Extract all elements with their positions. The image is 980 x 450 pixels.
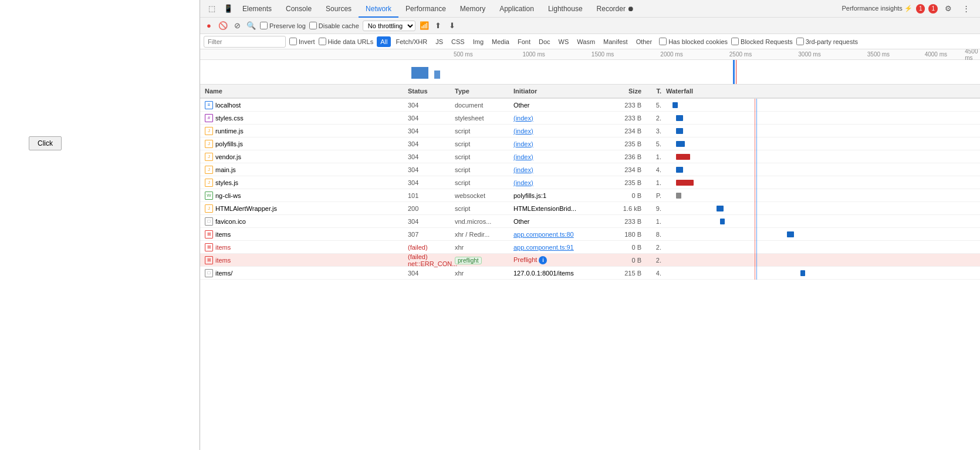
tab-sources[interactable]: Sources — [319, 0, 359, 18]
col-header-waterfall[interactable]: Waterfall — [664, 88, 980, 95]
filter-js[interactable]: JS — [432, 36, 447, 47]
disable-cache-checkbox[interactable] — [309, 22, 317, 29]
preserve-log-checkbox[interactable] — [260, 22, 268, 29]
search-icon[interactable]: 🔍 — [246, 21, 256, 31]
tab-elements[interactable]: Elements — [235, 0, 279, 18]
record-button[interactable]: ● — [204, 21, 214, 31]
col-header-size[interactable]: Size — [605, 88, 646, 95]
cell-time: 1. — [646, 179, 664, 186]
waterfall-vline-red — [755, 137, 755, 150]
cell-initiator: (index) — [511, 166, 605, 173]
file-icon: □ — [205, 269, 213, 277]
has-blocked-checkbox[interactable] — [659, 38, 667, 45]
table-row[interactable]: J main.js 304 script (index) 234 B 4. — [200, 163, 980, 176]
hide-data-urls-checkbox[interactable] — [319, 38, 326, 45]
filter-manifest[interactable]: Manifest — [600, 36, 631, 47]
table-row[interactable]: J vendor.js 304 script (index) 236 B 1. — [200, 150, 980, 163]
filter-css[interactable]: CSS — [448, 36, 468, 47]
tab-network[interactable]: Network — [359, 0, 398, 18]
table-row[interactable]: J styles.js 304 script (index) 235 B 1. — [200, 176, 980, 189]
tab-console[interactable]: Console — [279, 0, 319, 18]
has-blocked-label[interactable]: Has blocked cookies — [659, 38, 728, 45]
third-party-label[interactable]: 3rd-party requests — [796, 38, 858, 45]
waterfall-vline-blue — [756, 99, 757, 112]
initiator-link[interactable]: (index) — [513, 166, 533, 173]
badge-1: 1 — [916, 4, 925, 14]
table-row[interactable]: J HTMLAlertWrapper.js 200 script HTMLExt… — [200, 202, 980, 215]
cell-waterfall — [664, 176, 980, 189]
table-row[interactable]: ⊠ items 307 xhr / Redir... app.component… — [200, 228, 980, 241]
waterfall-vline-red — [755, 228, 755, 241]
filter-font[interactable]: Font — [514, 36, 534, 47]
cell-type: preflight — [452, 257, 511, 264]
initiator-link[interactable]: app.component.ts:91 — [513, 244, 574, 251]
tab-performance[interactable]: Performance — [398, 0, 453, 18]
table-row[interactable]: ≡ localhost 304 document Other 233 B 5. — [200, 99, 980, 112]
initiator-link[interactable]: app.component.ts:80 — [513, 231, 574, 238]
filter-input[interactable] — [204, 36, 286, 48]
filter-img[interactable]: Img — [469, 36, 487, 47]
ruler-4500: 4500 ms — [965, 49, 980, 61]
throttle-select[interactable]: No throttling Fast 3G Slow 3G Offline — [363, 21, 415, 31]
tab-recorder[interactable]: Recorder ⏺ — [590, 0, 642, 18]
devtools-tabbar: ⬚ 📱 Elements Console Sources Network Per… — [200, 0, 980, 18]
cell-waterfall — [664, 112, 980, 125]
download-icon[interactable]: ⬇ — [447, 21, 458, 31]
table-row[interactable]: W ng-cli-ws 101 websocket polyfills.js:1… — [200, 189, 980, 202]
waterfall-vline-blue — [756, 189, 757, 202]
row-filename: vendor.js — [215, 153, 241, 160]
inspect-icon[interactable]: ⬚ — [205, 2, 219, 16]
cell-status: 304 — [405, 127, 452, 135]
table-row[interactable]: □ favicon.ico 304 vnd.micros... Other 23… — [200, 215, 980, 228]
clear-button[interactable]: 🚫 — [218, 21, 228, 31]
col-header-time[interactable]: T. — [646, 88, 664, 95]
upload-icon[interactable]: ⬆ — [433, 21, 444, 31]
col-header-initiator[interactable]: Initiator — [511, 88, 605, 95]
filter-ws[interactable]: WS — [555, 36, 573, 47]
preserve-log-label[interactable]: Preserve log — [260, 22, 306, 29]
tab-memory[interactable]: Memory — [453, 0, 492, 18]
filter-icon[interactable]: ⊘ — [232, 21, 242, 31]
col-header-type[interactable]: Type — [452, 88, 511, 95]
cell-time: 2. — [646, 244, 664, 251]
table-row[interactable]: ⊠ items (failed) net::ERR_CON... preflig… — [200, 254, 980, 267]
filter-media[interactable]: Media — [488, 36, 513, 47]
initiator-link[interactable]: (index) — [513, 115, 533, 122]
initiator-link[interactable]: (index) — [513, 127, 533, 135]
col-header-status[interactable]: Status — [405, 88, 452, 95]
table-row[interactable]: J polyfills.js 304 script (index) 235 B … — [200, 137, 980, 150]
initiator-link[interactable]: (index) — [513, 179, 533, 186]
filter-all[interactable]: All — [377, 36, 391, 47]
filter-doc[interactable]: Doc — [535, 36, 554, 47]
initiator-link[interactable]: (index) — [513, 140, 533, 147]
tab-application[interactable]: Application — [492, 0, 541, 18]
ruler-3000: 3000 ms — [798, 51, 820, 58]
invert-checkbox[interactable] — [289, 38, 297, 45]
initiator-link[interactable]: (index) — [513, 153, 533, 160]
invert-label[interactable]: Invert — [289, 38, 315, 45]
col-header-name[interactable]: Name — [200, 88, 405, 95]
device-icon[interactable]: 📱 — [221, 2, 235, 16]
blocked-requests-label[interactable]: Blocked Requests — [731, 38, 793, 45]
tab-lighthouse[interactable]: Lighthouse — [541, 0, 590, 18]
filter-fetch-xhr[interactable]: Fetch/XHR — [392, 36, 431, 47]
table-row[interactable]: ⊠ items (failed) xhr app.component.ts:91… — [200, 241, 980, 254]
performance-insights-label[interactable]: Performance insights ⚡ — [842, 5, 912, 12]
cell-name: W ng-cli-ws — [200, 192, 405, 200]
cell-status: 304 — [405, 166, 452, 173]
blocked-requests-checkbox[interactable] — [731, 38, 739, 45]
more-icon[interactable]: ⋮ — [959, 2, 973, 16]
hide-data-urls-label[interactable]: Hide data URLs — [319, 38, 374, 45]
settings-icon[interactable]: ⚙ — [941, 2, 955, 16]
filter-wasm[interactable]: Wasm — [573, 36, 599, 47]
table-row[interactable]: # styles.css 304 stylesheet (index) 233 … — [200, 112, 980, 125]
filter-other[interactable]: Other — [633, 36, 656, 47]
table-row[interactable]: J runtime.js 304 script (index) 234 B 3. — [200, 125, 980, 137]
click-button[interactable]: Click — [29, 136, 62, 150]
disable-cache-label[interactable]: Disable cache — [309, 22, 359, 29]
cell-status: 304 — [405, 102, 452, 109]
ruler-3500: 3500 ms — [867, 51, 890, 58]
wifi-icon[interactable]: 📶 — [419, 21, 430, 31]
third-party-checkbox[interactable] — [796, 38, 804, 45]
table-row[interactable]: □ items/http://127.0.0.1/8000/items 304 … — [200, 267, 980, 280]
